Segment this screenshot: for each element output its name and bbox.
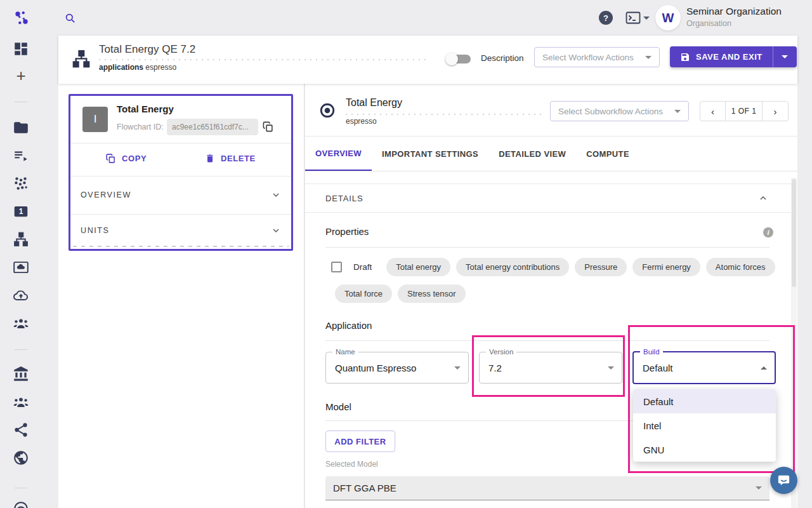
web-globe-icon[interactable]: [13, 450, 29, 466]
copy-button-label: COPY: [122, 154, 147, 163]
workflows-tree-icon[interactable]: [13, 231, 29, 248]
chevron-up-icon: [758, 193, 768, 203]
card-section-units[interactable]: UNITS: [70, 214, 291, 247]
section-divider: [325, 340, 769, 341]
search-icon[interactable]: [64, 12, 76, 24]
property-chip[interactable]: Pressure: [575, 258, 627, 276]
organization-name: Seminar Organization: [686, 6, 782, 17]
bank-card-icon[interactable]: 1: [13, 203, 29, 220]
materials-dots-icon[interactable]: [13, 175, 29, 192]
model-title: Model: [325, 401, 351, 412]
selected-model-label: Selected Model: [325, 460, 378, 469]
unit-title: Total Energy: [117, 104, 174, 114]
property-chip[interactable]: Total energy: [386, 258, 450, 276]
cloud-upload-icon[interactable]: [13, 287, 29, 304]
jobs-list-icon[interactable]: [13, 147, 29, 164]
add-filter-button[interactable]: ADD FILTER: [325, 431, 395, 452]
toggle-knob: [445, 53, 458, 65]
organization-info[interactable]: Seminar Organization Organisation: [686, 6, 782, 28]
team-icon[interactable]: [13, 315, 29, 331]
share-icon[interactable]: [13, 422, 29, 438]
subworkflow-title[interactable]: Total Energy: [346, 97, 402, 109]
subworkflow-sidebar-panel: I Total Energy Flowchart ID: ac9ee1c651f…: [58, 84, 304, 508]
chevron-down-icon: [756, 486, 762, 490]
flowchart-id-value[interactable]: ac9ee1c651f61cdf7c...: [167, 119, 258, 135]
workflow-actions-select[interactable]: Select Workflow Actions: [534, 47, 660, 67]
users-icon[interactable]: [13, 394, 29, 410]
workflow-meta: applications espresso: [99, 63, 176, 72]
chevron-down-icon: [782, 55, 788, 58]
flowchart-id-label: Flowchart ID:: [117, 123, 164, 131]
build-options-menu: Default Intel GNU: [633, 389, 776, 462]
save-options-button[interactable]: [773, 46, 797, 67]
top-bar: ? W Seminar Organization Organisation: [0, 0, 812, 36]
pager-next-button[interactable]: ›: [763, 102, 788, 121]
add-icon[interactable]: +: [13, 69, 29, 85]
description-toggle-label: Description: [481, 53, 524, 63]
vertical-scrollbar[interactable]: [791, 178, 797, 508]
build-field-value: Default: [643, 352, 673, 383]
workflow-title[interactable]: Total Energy QE 7.2: [99, 43, 195, 56]
chat-launcher-button[interactable]: [770, 467, 797, 494]
description-toggle[interactable]: [448, 51, 471, 65]
subworkflow-actions-select[interactable]: Select Subworkflow Actions: [550, 101, 689, 121]
copy-id-icon[interactable]: [262, 121, 274, 133]
avatar[interactable]: W: [655, 5, 681, 30]
app-logo-icon[interactable]: [13, 10, 30, 26]
tab-detailed-view[interactable]: DETAILED VIEW: [488, 137, 576, 171]
property-chip[interactable]: Atomic forces: [706, 258, 775, 276]
chevron-down-icon: [271, 190, 281, 200]
property-chip[interactable]: Stress tensor: [398, 284, 466, 303]
application-name-select[interactable]: Name Quantum Espresso: [325, 352, 469, 384]
delete-button-label: DELETE: [221, 154, 256, 163]
nav-divider: [15, 102, 27, 102]
chat-bubble-icon: [776, 473, 791, 488]
delete-unit-button[interactable]: DELETE: [205, 153, 256, 164]
chevron-down-icon: [643, 17, 650, 20]
info-icon[interactable]: i: [763, 227, 773, 237]
card-section-overview[interactable]: OVERVIEW: [70, 176, 291, 214]
svg-text:1: 1: [19, 207, 23, 216]
scrollbar-thumb[interactable]: [792, 179, 796, 287]
save-and-exit-button[interactable]: SAVE AND EXIT: [670, 46, 773, 67]
details-accordion-header[interactable]: DETAILS: [305, 184, 797, 213]
folder-icon[interactable]: [13, 119, 29, 136]
tab-compute[interactable]: COMPUTE: [576, 137, 639, 171]
subworkflow-actions-placeholder: Select Subworkflow Actions: [558, 107, 663, 116]
help-icon[interactable]: ?: [599, 11, 613, 25]
application-version-select[interactable]: Version 7.2: [479, 352, 622, 384]
dotted-underline: [346, 114, 542, 115]
version-field-value: 7.2: [488, 352, 502, 383]
dotted-underline: [99, 59, 430, 60]
subworkflow-app: espresso: [346, 117, 377, 126]
tab-overview[interactable]: OVERVIEW: [305, 137, 372, 171]
property-chip[interactable]: Fermi energy: [632, 258, 700, 276]
unit-card: I Total Energy Flowchart ID: ac9ee1c651f…: [69, 94, 293, 251]
pager-prev-button[interactable]: ‹: [700, 102, 726, 121]
application-build-select[interactable]: Build Default: [632, 351, 776, 384]
console-menu-button[interactable]: [625, 11, 650, 24]
dashboard-icon[interactable]: [13, 41, 29, 57]
property-chip[interactable]: Total energy contributions: [456, 258, 569, 276]
save-icon: [680, 52, 690, 62]
workflow-actions-placeholder: Select Workflow Actions: [542, 53, 634, 62]
selected-model-select[interactable]: DFT GGA PBE: [325, 476, 769, 500]
trash-icon: [205, 153, 215, 164]
globe-partial-icon[interactable]: [13, 500, 29, 508]
properties-row-1: Draft Total energy Total energy contribu…: [331, 257, 775, 276]
pager-count: 1 OF 1: [726, 102, 763, 121]
draft-checkbox[interactable]: [331, 262, 342, 272]
property-chip[interactable]: Total force: [335, 284, 392, 303]
chevron-down-icon: [271, 225, 281, 236]
organization-bank-icon[interactable]: [13, 366, 29, 382]
workflow-meta-app: espresso: [145, 63, 176, 72]
tab-important-settings[interactable]: IMPORTANT SETTINGS: [372, 137, 488, 171]
left-nav-rail: + 1: [0, 36, 58, 508]
build-option-default[interactable]: Default: [633, 389, 776, 413]
chevron-down-icon: [608, 366, 614, 370]
build-option-gnu[interactable]: GNU: [633, 438, 776, 462]
copy-unit-button[interactable]: COPY: [105, 153, 147, 164]
designer-icon[interactable]: [13, 259, 29, 276]
subworkflow-pager: ‹ 1 OF 1 ›: [700, 101, 789, 121]
build-option-intel[interactable]: Intel: [633, 413, 776, 438]
